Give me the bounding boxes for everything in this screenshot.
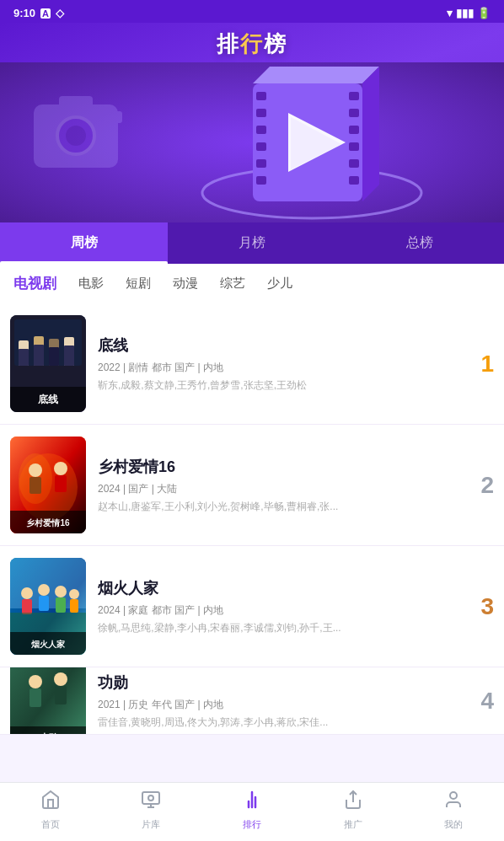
status-right: ▾ ▮▮▮ 🔋 xyxy=(447,7,491,19)
tab-weekly[interactable]: 周榜 xyxy=(0,222,168,264)
show-info-3: 烟火人家 2024 | 家庭 都市 国产 | 内地 徐帆,马思纯,梁静,李小冉,… xyxy=(98,578,458,635)
nav-home[interactable]: 首页 xyxy=(0,790,101,831)
show-title-2: 乡村爱情16 xyxy=(98,457,458,477)
svg-text:乡村爱情16: 乡村爱情16 xyxy=(26,518,70,528)
svg-rect-58 xyxy=(10,667,86,735)
svg-rect-13 xyxy=(256,142,266,151)
battery-icon: 🔋 xyxy=(477,7,491,19)
cat-kids[interactable]: 少儿 xyxy=(264,274,296,293)
show-cast-1: 靳东,成毅,蔡文静,王秀竹,曾梦雪,张志坚,王劲松 xyxy=(98,378,458,393)
tab-monthly[interactable]: 月榜 xyxy=(168,222,335,264)
show-cast-4: 雷佳音,黄晓明,周迅,佟大为,郭涛,李小冉,蒋欣,宋佳... xyxy=(98,715,458,730)
svg-rect-19 xyxy=(349,142,359,151)
mine-icon xyxy=(443,790,464,815)
show-info-2: 乡村爱情16 2024 | 国产 | 大陆 赵本山,唐鉴军,王小利,刘小光,贺树… xyxy=(98,457,458,514)
nav-library[interactable]: 片库 xyxy=(101,790,202,831)
library-icon xyxy=(141,790,161,815)
nav-home-label: 首页 xyxy=(41,818,60,831)
show-meta-1: 2022 | 剧情 都市 国产 | 内地 xyxy=(98,361,458,375)
rank-number-4: 4 xyxy=(470,688,494,715)
show-poster-3: 烟火人家 xyxy=(10,558,86,655)
svg-rect-10 xyxy=(256,92,266,100)
show-item-1[interactable]: 底线 底线 2022 | 剧情 都市 国产 | 内地 靳东,成毅,蔡文静,王秀竹… xyxy=(0,303,504,425)
status-a-icon: A xyxy=(40,8,51,19)
status-time: 9:10 xyxy=(13,7,35,19)
show-cast-3: 徐帆,马思纯,梁静,李小冉,宋春丽,李诚儒,刘钧,孙千,王... xyxy=(98,621,458,635)
show-title-4: 功勋 xyxy=(98,672,458,693)
cat-tv[interactable]: 电视剧 xyxy=(10,272,60,295)
svg-point-39 xyxy=(29,463,42,477)
tabs-row: 周榜 月榜 总榜 xyxy=(0,222,504,264)
home-icon xyxy=(40,790,61,815)
svg-rect-12 xyxy=(256,126,266,134)
svg-point-47 xyxy=(21,587,33,599)
svg-marker-8 xyxy=(253,67,379,83)
svg-rect-18 xyxy=(349,126,359,134)
svg-rect-11 xyxy=(256,109,266,117)
nav-ranking[interactable]: 排行 xyxy=(201,790,303,831)
cat-movie[interactable]: 电影 xyxy=(75,274,107,293)
show-item-2[interactable]: 乡村爱情16 乡村爱情16 2024 | 国产 | 大陆 赵本山,唐鉴军,王小利… xyxy=(0,425,504,546)
svg-point-53 xyxy=(69,589,79,599)
svg-point-59 xyxy=(29,675,42,688)
svg-rect-52 xyxy=(56,597,66,613)
tab-total[interactable]: 总榜 xyxy=(336,222,504,264)
svg-point-70 xyxy=(450,792,457,799)
cat-short[interactable]: 短剧 xyxy=(122,274,154,293)
show-title-1: 底线 xyxy=(98,335,458,356)
svg-marker-9 xyxy=(362,67,379,201)
svg-rect-31 xyxy=(34,345,44,366)
svg-rect-50 xyxy=(39,596,49,611)
rank-number-3: 3 xyxy=(470,593,494,620)
show-meta-4: 2021 | 历史 年代 国产 | 内地 xyxy=(98,698,458,712)
svg-rect-54 xyxy=(70,599,78,613)
content-list: 底线 底线 2022 | 剧情 都市 国产 | 内地 靳东,成毅,蔡文静,王秀竹… xyxy=(0,303,504,794)
nav-promote[interactable]: 推广 xyxy=(303,790,404,831)
header: 排行榜 xyxy=(0,23,504,222)
show-info-1: 底线 2022 | 剧情 都市 国产 | 内地 靳东,成毅,蔡文静,王秀竹,曾梦… xyxy=(98,335,458,393)
svg-text:功勋: 功勋 xyxy=(38,732,58,735)
rank-number-2: 2 xyxy=(470,472,494,499)
svg-rect-14 xyxy=(256,159,266,168)
nav-mine[interactable]: 我的 xyxy=(403,790,504,831)
svg-rect-4 xyxy=(59,96,93,111)
cat-variety[interactable]: 综艺 xyxy=(217,274,249,293)
svg-rect-33 xyxy=(64,346,74,366)
category-row: 电视剧 电影 短剧 动漫 综艺 少儿 xyxy=(0,264,504,303)
bottom-nav: 首页 片库 排行 推广 xyxy=(0,782,504,841)
svg-rect-5 xyxy=(105,111,122,123)
svg-rect-16 xyxy=(349,92,359,100)
show-item-4[interactable]: 功勋 功勋 2021 | 历史 年代 国产 | 内地 雷佳音,黄晓明,周迅,佟大… xyxy=(0,667,504,735)
svg-point-3 xyxy=(66,126,86,146)
status-bar: 9:10 A ◇ ▾ ▮▮▮ 🔋 xyxy=(0,0,504,23)
show-info-4: 功勋 2021 | 历史 年代 国产 | 内地 雷佳音,黄晓明,周迅,佟大为,郭… xyxy=(98,672,458,730)
svg-rect-30 xyxy=(19,349,29,366)
nav-ranking-label: 排行 xyxy=(243,818,261,831)
show-poster-1: 底线 xyxy=(10,315,86,412)
status-diamond-icon: ◇ xyxy=(56,7,64,19)
show-item-3[interactable]: 烟火人家 烟火人家 2024 | 家庭 都市 国产 | 内地 徐帆,马思纯,梁静… xyxy=(0,546,504,667)
svg-rect-15 xyxy=(256,176,266,185)
show-poster-2: 乡村爱情16 xyxy=(10,437,86,533)
status-left: 9:10 A ◇ xyxy=(13,7,64,19)
rank-number-1: 1 xyxy=(470,351,494,378)
svg-rect-32 xyxy=(49,347,59,366)
svg-point-49 xyxy=(38,584,50,596)
svg-rect-42 xyxy=(55,475,67,492)
nav-mine-label: 我的 xyxy=(444,818,463,831)
hero-banner xyxy=(0,62,504,222)
signal-icon: ▮▮▮ xyxy=(456,7,474,19)
svg-text:底线: 底线 xyxy=(37,394,59,405)
svg-rect-20 xyxy=(349,159,359,168)
show-poster-4: 功勋 xyxy=(10,667,86,735)
svg-rect-48 xyxy=(22,599,32,614)
svg-point-41 xyxy=(54,462,67,475)
show-meta-3: 2024 | 家庭 都市 国产 | 内地 xyxy=(98,603,458,618)
svg-point-51 xyxy=(55,586,67,597)
svg-point-66 xyxy=(148,795,153,801)
nav-promote-label: 推广 xyxy=(344,818,362,831)
ranking-icon xyxy=(242,790,262,815)
svg-rect-60 xyxy=(29,688,41,707)
page-title: 排行榜 xyxy=(0,29,504,62)
cat-anime[interactable]: 动漫 xyxy=(169,274,201,293)
